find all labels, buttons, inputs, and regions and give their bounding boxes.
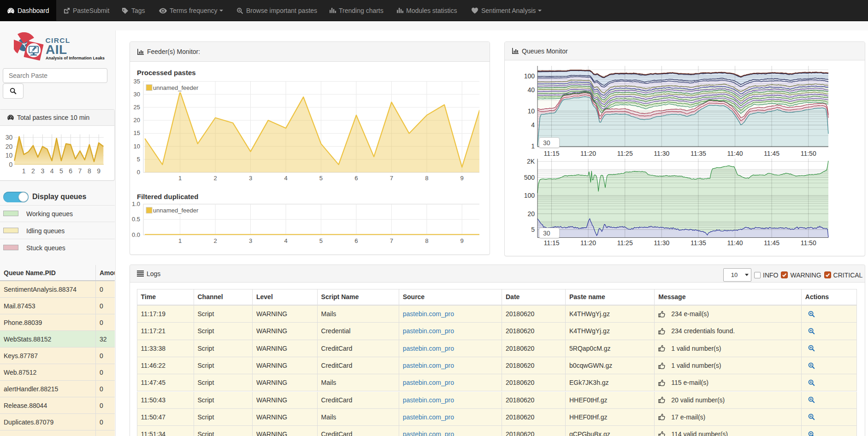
svg-text:11:20: 11:20 bbox=[580, 150, 596, 157]
svg-text:30: 30 bbox=[134, 91, 140, 98]
svg-text:7: 7 bbox=[78, 167, 82, 175]
svg-text:9: 9 bbox=[97, 167, 100, 175]
svg-text:2: 2 bbox=[213, 175, 217, 182]
svg-text:9: 9 bbox=[461, 237, 464, 244]
svg-text:0.5: 0.5 bbox=[132, 216, 140, 223]
svg-text:5: 5 bbox=[319, 237, 323, 244]
svg-text:1: 1 bbox=[178, 237, 182, 244]
svg-text:11:50: 11:50 bbox=[801, 150, 816, 157]
svg-text:11:20: 11:20 bbox=[580, 239, 596, 247]
svg-text:35: 35 bbox=[134, 78, 140, 85]
svg-text:3: 3 bbox=[249, 237, 252, 244]
svg-text:40: 40 bbox=[527, 86, 535, 94]
svg-text:2: 2 bbox=[31, 167, 35, 175]
svg-text:11:30: 11:30 bbox=[654, 239, 669, 247]
svg-text:5: 5 bbox=[531, 226, 535, 233]
svg-text:4: 4 bbox=[50, 167, 54, 175]
svg-text:11:15: 11:15 bbox=[544, 150, 560, 157]
svg-text:5: 5 bbox=[59, 167, 63, 175]
svg-text:15: 15 bbox=[134, 130, 140, 136]
svg-text:11:40: 11:40 bbox=[727, 150, 743, 157]
svg-text:20: 20 bbox=[134, 117, 140, 124]
svg-text:3: 3 bbox=[249, 175, 252, 182]
svg-text:5: 5 bbox=[137, 156, 140, 163]
svg-text:7: 7 bbox=[390, 237, 393, 244]
svg-text:500: 500 bbox=[524, 174, 535, 181]
svg-text:11:45: 11:45 bbox=[764, 150, 779, 157]
svg-text:4: 4 bbox=[531, 121, 535, 129]
svg-text:9: 9 bbox=[461, 175, 464, 182]
svg-text:8: 8 bbox=[425, 175, 428, 182]
svg-text:11:30: 11:30 bbox=[654, 150, 669, 157]
svg-text:5: 5 bbox=[319, 175, 323, 182]
svg-text:0.0: 0.0 bbox=[132, 231, 140, 238]
svg-text:0: 0 bbox=[137, 169, 140, 176]
svg-text:8: 8 bbox=[88, 167, 91, 175]
svg-text:unnamed_feeder: unnamed_feeder bbox=[153, 207, 199, 214]
svg-text:AIL: AIL bbox=[46, 42, 67, 57]
svg-text:unnamed_feeder: unnamed_feeder bbox=[153, 84, 199, 91]
svg-text:11:35: 11:35 bbox=[691, 239, 706, 247]
svg-text:7: 7 bbox=[390, 175, 393, 182]
svg-text:1: 1 bbox=[22, 167, 26, 175]
svg-text:Analysis of Information Leaks: Analysis of Information Leaks bbox=[46, 56, 105, 60]
svg-text:11:25: 11:25 bbox=[617, 239, 633, 247]
svg-text:3: 3 bbox=[41, 167, 44, 175]
svg-text:11:50: 11:50 bbox=[801, 239, 816, 247]
svg-text:20: 20 bbox=[6, 143, 13, 150]
svg-text:4: 4 bbox=[284, 237, 287, 244]
svg-text:4: 4 bbox=[284, 175, 287, 182]
svg-text:11:35: 11:35 bbox=[691, 150, 706, 157]
svg-text:1: 1 bbox=[531, 142, 535, 150]
svg-text:20: 20 bbox=[527, 210, 535, 218]
svg-text:10: 10 bbox=[6, 152, 13, 159]
svg-text:1: 1 bbox=[178, 175, 182, 182]
svg-text:6: 6 bbox=[354, 237, 358, 244]
svg-text:2K: 2K bbox=[527, 158, 535, 165]
svg-text:100: 100 bbox=[524, 72, 535, 80]
svg-text:30: 30 bbox=[6, 134, 13, 141]
svg-text:2: 2 bbox=[213, 237, 217, 244]
svg-text:11:45: 11:45 bbox=[764, 239, 779, 247]
svg-text:6: 6 bbox=[69, 167, 72, 175]
svg-text:11:25: 11:25 bbox=[617, 150, 633, 157]
svg-text:11:40: 11:40 bbox=[727, 239, 743, 247]
svg-text:11:15: 11:15 bbox=[544, 239, 560, 247]
svg-text:0: 0 bbox=[9, 161, 13, 168]
svg-text:6: 6 bbox=[354, 175, 358, 182]
svg-text:100: 100 bbox=[524, 192, 535, 199]
svg-text:8: 8 bbox=[425, 237, 428, 244]
svg-text:25: 25 bbox=[134, 104, 140, 111]
svg-text:10: 10 bbox=[527, 107, 535, 115]
svg-text:1.0: 1.0 bbox=[132, 201, 140, 207]
svg-text:10: 10 bbox=[134, 143, 140, 150]
